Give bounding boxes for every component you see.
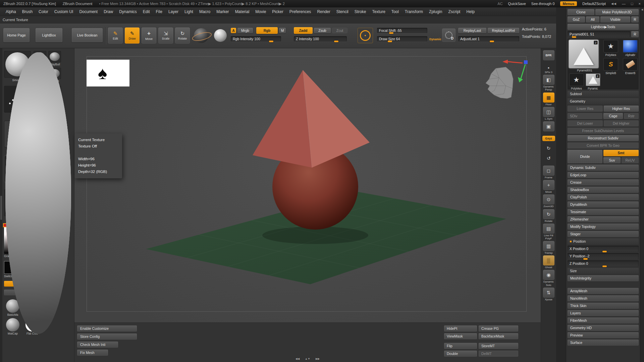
minimize-icon[interactable]: — <box>622 2 626 6</box>
dock-handle[interactable]: ◀◀ ▲▼ ▶▶ <box>296 357 320 360</box>
tool-item[interactable]: PolyMes <box>569 73 584 90</box>
menu-item[interactable]: Preferences <box>286 8 314 15</box>
tool-thumbnail[interactable] <box>569 73 584 86</box>
size-section-header[interactable]: Size <box>568 268 639 274</box>
viewport-control-button[interactable]: ↺ <box>544 156 553 161</box>
lightbox-tools-button[interactable]: Lightbox▶Tools <box>568 24 639 30</box>
menu-item[interactable]: Draw <box>101 8 116 15</box>
subsection-bar[interactable]: ZRemesher <box>568 216 639 222</box>
maximize-icon[interactable]: □ <box>631 2 633 6</box>
subsection-bar[interactable]: Stager <box>568 231 639 237</box>
current-material-preview[interactable] <box>194 28 209 43</box>
scene-3d[interactable] <box>74 48 541 322</box>
dynamic-mode-label[interactable]: Dynamic <box>429 38 441 41</box>
flip-button[interactable]: Flip <box>444 343 477 349</box>
menu-item[interactable]: Zplugin <box>426 8 445 15</box>
menu-item[interactable]: Layer <box>165 8 181 15</box>
pyramid-face-right[interactable] <box>303 70 370 168</box>
menus-button[interactable]: Menus <box>560 1 577 6</box>
tray-arrow-icon[interactable]: ◀ <box>641 8 643 11</box>
viewport-control-button[interactable]: Gxyz <box>542 136 555 141</box>
replay-last-rel-button[interactable]: ReplayLastRel <box>488 28 519 33</box>
viewport-control-button[interactable]: ⊙ <box>543 194 554 204</box>
freeze-subdivision-button[interactable]: Freeze SubDivision Levels <box>568 128 639 134</box>
transform-tool-button[interactable]: Edit <box>108 27 123 44</box>
menu-item[interactable]: Picker <box>269 8 286 15</box>
subtool-section-header[interactable]: Subtool <box>568 91 639 97</box>
close-icon[interactable]: × <box>639 2 641 6</box>
position-slider[interactable]: Z Position 0 <box>568 260 639 266</box>
menu-item[interactable]: Alpha <box>3 8 19 15</box>
dock-left-icon[interactable]: ◀◀ <box>296 357 300 360</box>
position-slider[interactable]: Y Position -2 <box>568 253 639 259</box>
menu-item[interactable]: Macro <box>196 8 213 15</box>
subsection-bar[interactable]: ShadowBox <box>568 187 639 193</box>
tool-item[interactable]: PolyMes <box>602 40 620 57</box>
right-edge-strip[interactable]: ◀ <box>640 7 644 362</box>
draw-size-slider[interactable]: Draw Size 64 <box>377 36 427 42</box>
tool-thumbnail[interactable] <box>623 58 638 71</box>
tool-item[interactable]: 2 Pyramic <box>585 73 600 90</box>
viewport-control-button[interactable]: ◫ <box>543 107 554 117</box>
divide-button[interactable]: Divide <box>568 150 602 163</box>
menu-item[interactable]: Render <box>314 8 333 15</box>
zcut-button[interactable]: Zcut <box>332 28 347 33</box>
z-intensity-slider[interactable]: Z Intensity 100 <box>294 36 347 42</box>
tool-thumbnail[interactable]: 2 <box>586 73 600 86</box>
viewmask-button[interactable]: ViewMask <box>444 333 477 339</box>
tool-item[interactable]: EraserB <box>621 58 639 75</box>
viewport-control[interactable]: ◉ Dynamic Solo <box>541 270 556 286</box>
menu-item[interactable]: Custom UI <box>51 8 76 15</box>
viewport-control[interactable]: ▒ Ghost <box>541 255 556 269</box>
menu-item[interactable]: Edit <box>140 8 153 15</box>
crease-pg-button[interactable]: Crease PG <box>479 325 518 331</box>
replay-last-button[interactable]: ReplayLast <box>458 28 486 33</box>
transform-tool-button[interactable]: Draw <box>125 27 140 44</box>
palette-section-bar[interactable]: Preview <box>568 332 639 338</box>
subsection-bar[interactable]: ClayPolish <box>568 194 639 200</box>
slider-thumb[interactable] <box>389 32 393 34</box>
viewport-control[interactable]: ▤ Line Fill PolyF <box>541 224 556 240</box>
menu-item[interactable]: Movie <box>252 8 269 15</box>
viewport-control-button[interactable]: ◻ <box>543 166 554 176</box>
goz-button[interactable]: GoZ <box>568 16 585 22</box>
viewport-control-button[interactable]: ◉ <box>543 270 554 280</box>
suv-button[interactable]: Suv <box>603 157 621 164</box>
viewport-control-button[interactable]: ◧ <box>543 75 554 85</box>
palette-section-bar[interactable]: FiberMesh <box>568 317 639 323</box>
scrollbar-handle[interactable] <box>0 196 2 220</box>
menu-item[interactable]: Transform <box>402 8 426 15</box>
tool-thumbnail[interactable] <box>603 40 618 53</box>
menu-item[interactable]: Marker <box>213 8 232 15</box>
viewport-control-button[interactable]: ▦ <box>543 93 554 103</box>
viewport-control[interactable]: ▣ <box>541 121 556 135</box>
slider-thumb[interactable] <box>602 251 607 252</box>
reconstruct-subdiv-button[interactable]: Reconstruct Subdiv <box>568 135 639 141</box>
bottom-left-button[interactable]: Fix Mesh <box>77 350 108 356</box>
viewport-control[interactable]: ↻ <box>541 145 556 155</box>
focal-shift-slider[interactable]: Focal Shift -55 <box>377 28 427 33</box>
viewport-control[interactable]: ↻ Rotate <box>541 209 556 223</box>
menu-item[interactable]: File <box>153 8 165 15</box>
menu-item[interactable]: Stencil <box>333 8 352 15</box>
menu-item[interactable]: Dynamics <box>116 8 140 15</box>
position-section-header[interactable]: Position <box>568 238 639 244</box>
menu-item[interactable]: Brush <box>19 8 36 15</box>
subsection-bar[interactable]: Modify Topology <box>568 224 639 230</box>
bottom-left-button[interactable]: Enable Customize <box>77 325 137 331</box>
draw-size-indicator-icon[interactable] <box>358 28 373 43</box>
default-zscript-button[interactable]: DefaultZScript <box>582 2 606 6</box>
active-tool-thumbnail[interactable]: 2 <box>569 40 598 68</box>
menu-item[interactable]: Help <box>463 8 478 15</box>
viewport-control[interactable]: ⇅ Xpose <box>541 288 556 301</box>
cage-button[interactable]: Cage <box>603 113 623 119</box>
tool-thumbnail[interactable] <box>603 58 618 71</box>
menu-item[interactable]: Zscript <box>445 8 463 15</box>
quicksave-button[interactable]: QuickSave <box>508 2 526 6</box>
slider-thumb[interactable] <box>602 265 607 267</box>
viewport-control[interactable]: ▦ Floor <box>541 93 556 106</box>
clone-button[interactable]: Clone <box>568 9 594 15</box>
slider-thumb[interactable] <box>388 41 392 42</box>
del-lower-button[interactable]: Del Lower <box>568 120 603 126</box>
dock-right-icon[interactable]: ▶▶ <box>316 357 320 360</box>
